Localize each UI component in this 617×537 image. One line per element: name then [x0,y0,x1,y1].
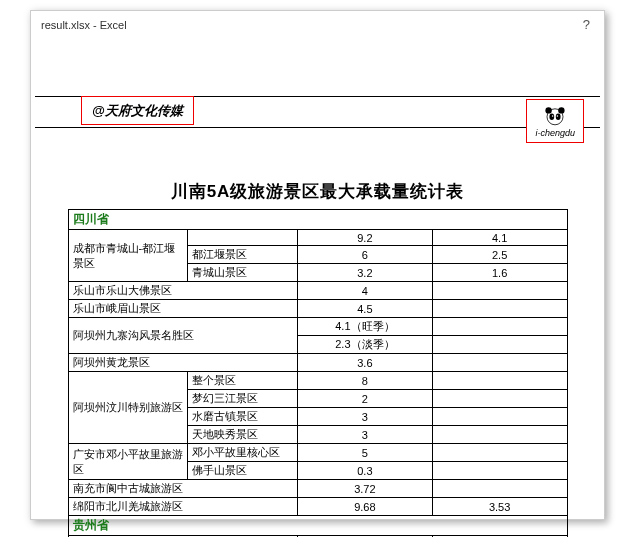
logo-text: i-chengdu [535,128,575,138]
document-title: 川南5A级旅游景区最大承载量统计表 [35,180,600,203]
table-row: 阿坝州九寨沟风景名胜区 4.1（旺季） [68,318,567,336]
table-row: 阿坝州汶川特别旅游区 整个景区 8 [68,372,567,390]
table-row: 南充市阆中古城旅游区 3.72 [68,480,567,498]
statistics-table: 四川省 成都市青城山-都江堰景区 9.2 4.1 都江堰景区 6 2.5 青城山… [68,209,568,537]
watermark-highlight: @天府文化传媒 [81,96,194,125]
table-row: 乐山市乐山大佛景区 4 [68,282,567,300]
province-sichuan: 四川省 [68,210,567,230]
svg-point-2 [558,107,564,113]
svg-point-1 [546,107,552,113]
titlebar: result.xlsx - Excel ? [31,11,604,38]
svg-point-4 [556,114,561,120]
table-row: 成都市青城山-都江堰景区 9.2 4.1 [68,230,567,246]
table-row: 绵阳市北川羌城旅游区 9.68 3.53 [68,498,567,516]
svg-point-3 [550,114,555,120]
table-row: 广安市邓小平故里旅游区 邓小平故里核心区 5 [68,444,567,462]
document-area: @天府文化传媒 i-chengdu 川南5A级旅游景区最大承载量统计表 [31,38,604,537]
help-button[interactable]: ? [579,17,594,32]
svg-point-6 [557,115,559,117]
watermark-text: @天府文化传媒 [92,103,183,118]
page-header: @天府文化传媒 [35,38,600,128]
file-title: result.xlsx - Excel [41,19,127,31]
svg-point-5 [552,115,554,117]
logo-highlight: i-chengdu [526,99,584,143]
province-guizhou: 贵州省 [68,516,567,536]
panda-icon [539,104,571,128]
table-row: 乐山市峨眉山景区 4.5 [68,300,567,318]
table-row: 阿坝州黄龙景区 3.6 [68,354,567,372]
excel-window: result.xlsx - Excel ? @天府文化传媒 [30,10,605,520]
